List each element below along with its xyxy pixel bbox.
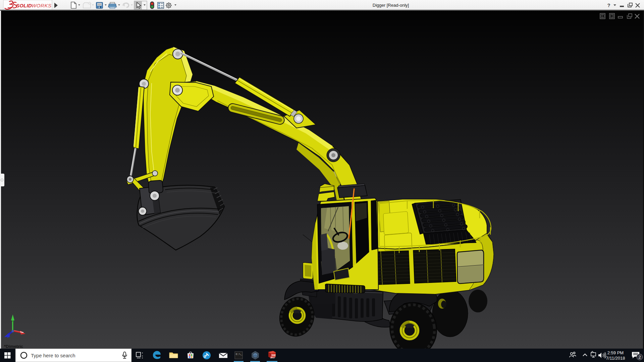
svg-text:2017: 2017 — [270, 356, 275, 359]
svg-text:C:\_: C:\_ — [236, 353, 242, 356]
svg-text:7/11/2018: 7/11/2018 — [606, 356, 625, 361]
svg-text:?: ? — [607, 2, 610, 8]
svg-text:SOLID: SOLID — [16, 3, 32, 8]
svg-text:Digger [Read-only]: Digger [Read-only] — [373, 3, 409, 8]
svg-text:*Dimetric: *Dimetric — [4, 344, 23, 349]
svg-text:WORKS: WORKS — [32, 3, 52, 8]
svg-text:2: 2 — [638, 355, 641, 360]
svg-text:2:59 PM: 2:59 PM — [607, 350, 624, 355]
svg-text:Type here to search: Type here to search — [31, 353, 75, 358]
